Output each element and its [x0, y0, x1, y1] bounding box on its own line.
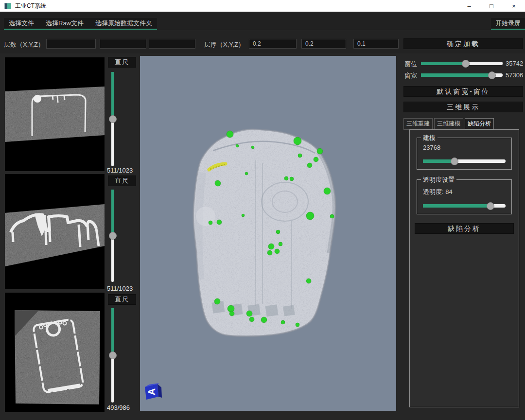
defect-analyze-button[interactable]: 缺陷分析 — [415, 223, 514, 234]
window-controls: – □ × — [458, 0, 525, 12]
thickness-input-z[interactable] — [353, 39, 399, 49]
app-window: 工业CT系统 – □ × 选择文件 选择Raw文件 选择原始数据文件夹 开始录屏… — [0, 0, 525, 420]
app-icon — [4, 3, 11, 9]
close-button[interactable]: × — [503, 0, 525, 12]
slice-thumbnail-side[interactable] — [5, 174, 105, 289]
record-button-group: 开始录屏 — [491, 18, 525, 30]
ct-model — [140, 56, 396, 411]
maximize-button[interactable]: □ — [480, 0, 503, 12]
minimize-button[interactable]: – — [458, 0, 480, 12]
slider-knob[interactable] — [109, 351, 117, 359]
layer-input-x[interactable] — [46, 39, 96, 49]
thickness-label: 层厚（X,Y,Z） — [204, 40, 245, 49]
window-width-slider[interactable] — [421, 73, 503, 77]
window-level-value: 35742 — [506, 60, 523, 67]
window-width-label: 窗宽 — [404, 71, 417, 80]
display-3d-button[interactable]: 三维展示 — [403, 102, 523, 112]
modeling-slider[interactable] — [423, 159, 506, 163]
defect-tab-panel: 建模 23768 透明度设置 透明度: 84 缺陷分析 — [409, 129, 519, 407]
modeling-value: 23768 — [423, 144, 440, 151]
slider-fill — [111, 72, 114, 119]
opacity-value: 透明度: 84 — [423, 188, 453, 196]
select-raw-button[interactable]: 选择Raw文件 — [46, 19, 84, 28]
slice-slider-3[interactable] — [111, 308, 114, 402]
slider-knob[interactable] — [462, 60, 470, 68]
layers-label: 层数（X,Y,Z） — [4, 40, 44, 49]
tab-bar: 三维重建 三维建模 缺陷分析 — [403, 118, 494, 130]
slice-position-2: 511/1023 — [107, 285, 142, 292]
select-folder-button[interactable]: 选择原始数据文件夹 — [95, 19, 152, 28]
slider-fill — [423, 204, 490, 208]
modeling-group-title: 建模 — [421, 134, 438, 142]
slider-fill — [423, 159, 455, 163]
modeling-groupbox: 建模 23768 — [417, 138, 512, 170]
window-width-value: 57306 — [506, 71, 523, 79]
layer-input-z[interactable] — [149, 39, 195, 49]
ruler-button-1[interactable]: 直尺 — [108, 57, 136, 68]
slider-knob[interactable] — [109, 115, 117, 123]
window-level-label: 窗位 — [404, 60, 417, 69]
opacity-group-title: 透明度设置 — [421, 175, 456, 184]
opacity-slider[interactable] — [423, 204, 506, 208]
ruler-button-2[interactable]: 直尺 — [108, 175, 136, 186]
logo-letter: A — [146, 388, 157, 395]
opacity-groupbox: 透明度设置 透明度: 84 — [417, 179, 512, 214]
tab-defect[interactable]: 缺陷分析 — [465, 118, 494, 130]
viewport-3d[interactable]: A — [140, 56, 396, 411]
thickness-input-y[interactable] — [301, 39, 346, 49]
slider-fill — [111, 308, 114, 355]
slider-fill — [421, 73, 492, 77]
layer-input-y[interactable] — [100, 39, 146, 49]
tab-modeling[interactable]: 三维建模 — [434, 118, 463, 130]
thickness-input-x[interactable] — [249, 39, 297, 49]
start-record-button[interactable]: 开始录屏 — [495, 19, 521, 28]
slider-fill — [111, 190, 114, 236]
ruler-button-3[interactable]: 直尺 — [108, 294, 136, 305]
slice-slider-2[interactable] — [111, 190, 114, 282]
slider-knob[interactable] — [109, 232, 117, 240]
select-file-button[interactable]: 选择文件 — [9, 19, 34, 28]
slice-thumbnail-front[interactable] — [5, 293, 105, 412]
slice-position-1: 511/1023 — [107, 167, 142, 174]
window-title: 工业CT系统 — [15, 2, 46, 10]
logo-cube: A — [145, 383, 162, 400]
window-titlebar: 工业CT系统 – □ × — [0, 0, 525, 12]
confirm-load-button[interactable]: 确定加载 — [403, 38, 523, 49]
file-button-group: 选择文件 选择Raw文件 选择原始数据文件夹 — [4, 18, 157, 30]
slice-position-3: 493/986 — [107, 404, 142, 411]
slider-knob[interactable] — [487, 202, 494, 210]
slice-slider-1[interactable] — [111, 72, 114, 166]
slider-fill — [421, 62, 466, 65]
slider-knob[interactable] — [451, 158, 458, 165]
default-wl-button[interactable]: 默认窗宽-窗位 — [403, 86, 523, 97]
window-level-slider[interactable] — [421, 62, 503, 65]
slice-thumbnail-top[interactable] — [5, 57, 105, 171]
tab-reconstruction[interactable]: 三维重建 — [403, 118, 433, 130]
slider-knob[interactable] — [488, 71, 496, 79]
